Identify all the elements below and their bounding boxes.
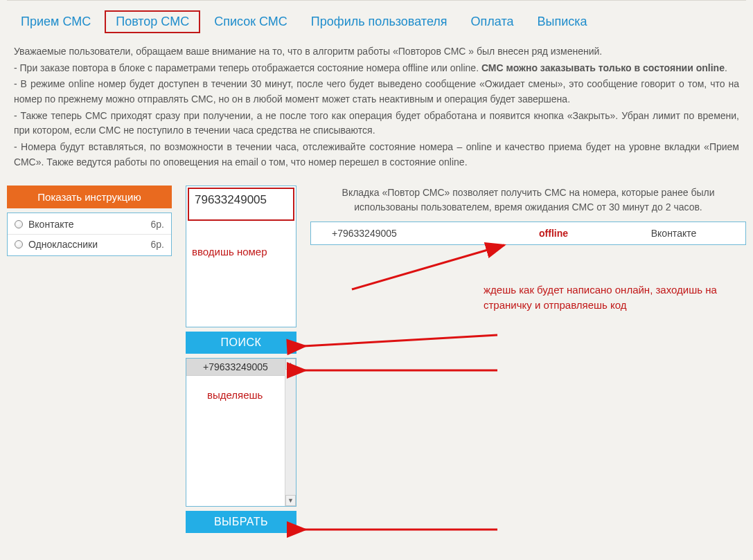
scrollbar[interactable]: ▲ ▼ <box>285 359 296 506</box>
radio-icon[interactable] <box>15 240 23 249</box>
nav-repeat-sms[interactable]: Повтор СМС <box>105 10 200 33</box>
annotation-select: выделяешь <box>207 389 263 401</box>
nav-statement[interactable]: Выписка <box>527 12 596 32</box>
select-button[interactable]: ВЫБРАТЬ <box>186 511 296 533</box>
annotation-wait: ждешь как будет написано онлайн, заходиш… <box>484 282 753 314</box>
annotation-input: вводишь номер <box>192 246 267 258</box>
phone-input[interactable]: 79633249005 <box>188 188 294 221</box>
phone-input-panel: 79633249005 вводишь номер <box>186 186 296 327</box>
service-row[interactable]: Одноклассники 6р. <box>8 235 171 254</box>
service-price: 6р. <box>151 239 164 250</box>
status-state: offline <box>484 228 623 239</box>
intro-text: Вкладка «Повтор СМС» позволяет получить … <box>310 186 746 220</box>
service-name: Вконтакте <box>28 219 145 230</box>
status-bar: +79633249005 offline Вконтакте <box>310 222 746 245</box>
nav-profile[interactable]: Профиль пользователя <box>301 12 457 32</box>
service-price: 6р. <box>151 219 164 230</box>
svg-line-3 <box>352 245 504 289</box>
list-item[interactable]: +79633249005 <box>186 359 285 376</box>
main-nav: Прием СМС Повтор СМС Список СМС Профиль … <box>7 5 746 40</box>
show-instruction-button[interactable]: Показать инструкцию <box>7 186 172 208</box>
status-service: Вконтакте <box>623 228 725 239</box>
search-button[interactable]: ПОИСК <box>186 332 296 354</box>
radio-icon[interactable] <box>15 220 23 228</box>
status-phone: +79633249005 <box>332 228 484 239</box>
service-row[interactable]: Вконтакте 6р. <box>8 215 171 235</box>
service-list: Вконтакте 6р. Одноклассники 6р. <box>7 213 172 256</box>
svg-line-0 <box>303 335 497 346</box>
nav-list-sms[interactable]: Список СМС <box>204 12 297 32</box>
nav-receive-sms[interactable]: Прием СМС <box>11 12 100 32</box>
scroll-up-icon[interactable]: ▲ <box>285 359 296 370</box>
nav-payment[interactable]: Оплата <box>461 12 524 32</box>
info-text: Уважаемые пользователи, обращаем ваше вн… <box>7 40 746 181</box>
service-name: Одноклассники <box>28 239 145 250</box>
phone-listbox[interactable]: +79633249005 выделяешь ▲ ▼ <box>186 358 296 507</box>
scroll-down-icon[interactable]: ▼ <box>285 495 296 506</box>
